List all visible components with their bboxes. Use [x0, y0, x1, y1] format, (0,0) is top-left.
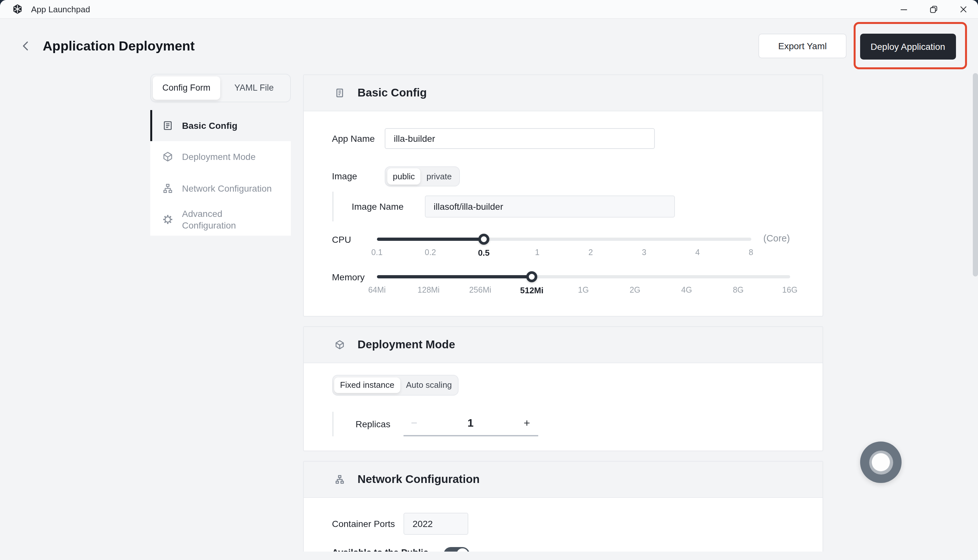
- app-window: App Launchpad Application Deploymen: [0, 0, 978, 560]
- app-name-row: App Name illa-builder: [332, 128, 823, 148]
- memory-slider-handle[interactable]: [526, 271, 537, 282]
- main-content: Basic Config App Name illa-builder Image…: [303, 74, 823, 560]
- image-name-row: Image Name illasoft/illa-builder: [352, 195, 823, 217]
- image-public-option[interactable]: public: [387, 168, 421, 184]
- replicas-row: Replicas − 1 +: [355, 412, 823, 437]
- app-name-input[interactable]: illa-builder: [385, 128, 655, 148]
- scrollbar-thumb[interactable]: [973, 73, 978, 277]
- cube-icon: [335, 340, 345, 349]
- tab-config-form[interactable]: Config Form: [152, 77, 220, 99]
- memory-slider-track[interactable]: [377, 275, 790, 278]
- sidebar-item-deployment-mode[interactable]: Deployment Mode: [150, 141, 290, 173]
- restore-button[interactable]: [918, 0, 948, 18]
- deploy-application-button[interactable]: Deploy Application: [860, 33, 956, 59]
- cpu-slider-marks: 0.1 0.2 0.5 1 2 3 4 8: [377, 248, 751, 258]
- network-icon: [163, 183, 173, 193]
- window-title: App Launchpad: [31, 4, 90, 14]
- replicas-group: Replicas − 1 +: [332, 412, 823, 437]
- deployment-mode-segment: Fixed instance Auto scaling: [332, 375, 458, 395]
- cursor-halo-indicator: [860, 442, 901, 483]
- close-button[interactable]: [948, 0, 978, 18]
- sidebar: Config Form YAML File Basic Config Deplo…: [150, 74, 290, 235]
- replicas-value: 1: [425, 417, 516, 430]
- image-name-group: Image Name illasoft/illa-builder: [332, 192, 823, 221]
- cpu-slider-track[interactable]: [377, 237, 751, 240]
- memory-slider-marks: 64Mi 128Mi 256Mi 512Mi 1G 2G 4G 8G 16G: [377, 285, 790, 296]
- cpu-slider-handle[interactable]: [478, 233, 489, 244]
- deployment-mode-card: Deployment Mode Fixed instance Auto scal…: [303, 326, 823, 451]
- sidebar-item-basic-config[interactable]: Basic Config: [150, 110, 290, 141]
- cube-icon: [163, 152, 173, 162]
- memory-slider: 64Mi 128Mi 256Mi 512Mi 1G 2G 4G 8G 16G: [377, 271, 790, 298]
- window-bottom-edge: [0, 551, 978, 560]
- fixed-instance-option[interactable]: Fixed instance: [334, 377, 400, 393]
- document-icon: [163, 120, 173, 131]
- basic-config-header: Basic Config: [304, 75, 823, 111]
- network-configuration-card: Network Configuration Container Ports 20…: [303, 461, 823, 560]
- sidebar-item-advanced-configuration[interactable]: Advanced Configuration: [150, 204, 290, 235]
- minimize-button[interactable]: [889, 0, 918, 18]
- app-launchpad-window: App Launchpad Application Deploymen: [0, 0, 978, 560]
- back-button[interactable]: [20, 40, 32, 52]
- gear-icon: [163, 215, 173, 225]
- cpu-row: CPU 0.1 0.2 0.5 1 2: [332, 233, 823, 261]
- replicas-stepper: − 1 +: [403, 412, 538, 437]
- image-name-input[interactable]: illasoft/illa-builder: [424, 195, 675, 217]
- network-configuration-header: Network Configuration: [304, 461, 823, 498]
- export-yaml-button[interactable]: Export Yaml: [758, 34, 846, 58]
- image-row: Image public private: [332, 166, 823, 187]
- network-icon: [335, 474, 345, 484]
- config-mode-tabs: Config Form YAML File: [150, 74, 290, 102]
- container-ports-row: Container Ports 2022: [332, 513, 823, 535]
- app-logo-icon: [12, 4, 23, 14]
- replicas-decrement-button[interactable]: −: [403, 417, 425, 430]
- sidebar-item-network-configuration[interactable]: Network Configuration: [150, 173, 290, 204]
- titlebar: App Launchpad: [0, 0, 978, 19]
- document-icon: [335, 88, 345, 97]
- cpu-unit-label: (Core): [763, 233, 790, 243]
- window-controls: [889, 0, 978, 18]
- sidebar-menu: Basic Config Deployment Mode Network Con…: [150, 110, 290, 235]
- replicas-increment-button[interactable]: +: [516, 417, 538, 430]
- auto-scaling-option[interactable]: Auto scaling: [400, 377, 458, 393]
- image-visibility-segment: public private: [385, 166, 460, 187]
- basic-config-card: Basic Config App Name illa-builder Image…: [303, 74, 823, 316]
- cpu-slider: 0.1 0.2 0.5 1 2 3 4 8 (Core): [377, 233, 751, 261]
- container-ports-input[interactable]: 2022: [404, 513, 468, 535]
- deployment-mode-header: Deployment Mode: [304, 327, 823, 363]
- image-private-option[interactable]: private: [421, 168, 457, 184]
- tab-yaml-file[interactable]: YAML File: [220, 77, 288, 99]
- memory-row: Memory 64Mi 128Mi 256Mi 512Mi: [332, 271, 823, 298]
- page-title: Application Deployment: [43, 38, 195, 54]
